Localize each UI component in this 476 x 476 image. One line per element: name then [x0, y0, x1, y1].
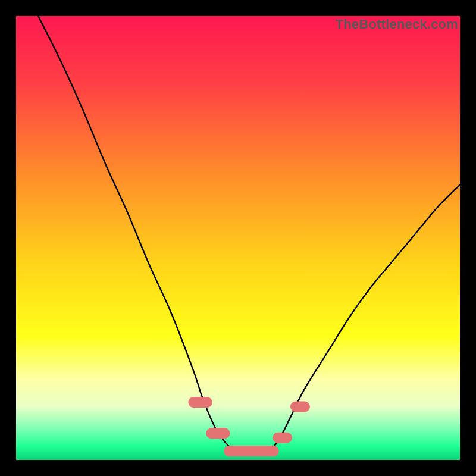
outer-frame: TheBottleneck.com: [0, 0, 476, 476]
svg-rect-0: [16, 16, 460, 460]
watermark-label: TheBottleneck.com: [336, 17, 458, 32]
plot-area: [16, 16, 460, 460]
heat-gradient-background: [16, 16, 460, 460]
